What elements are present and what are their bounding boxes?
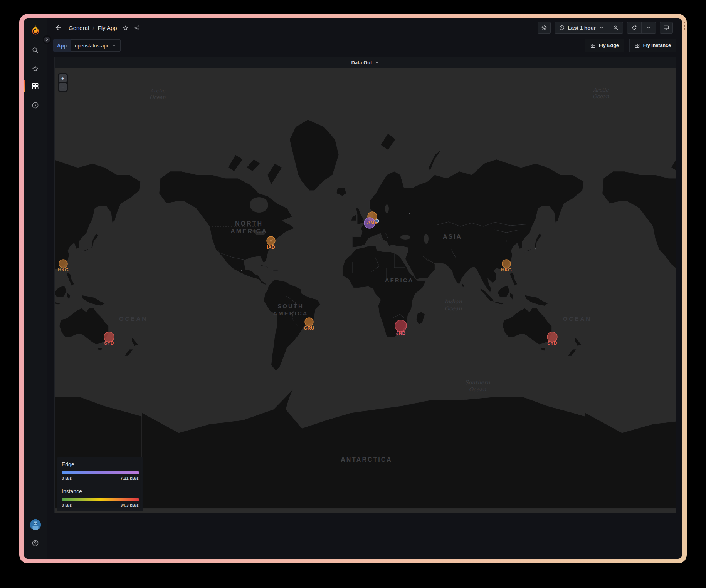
zoom-out-time-button[interactable] (609, 22, 623, 33)
legend-min: 0 B/s (62, 476, 72, 481)
variable-value-dropdown[interactable]: openstatus-api (71, 39, 120, 52)
time-range-label: Last 1 hour (568, 25, 596, 31)
search-icon[interactable] (31, 45, 40, 55)
fly-instance-link[interactable]: Fly Instance (629, 39, 676, 52)
map-zoom-control: + − (58, 73, 68, 92)
map-marker[interactable] (502, 260, 511, 268)
breadcrumb-page[interactable]: Fly App (98, 25, 117, 31)
variable-value: openstatus-api (75, 43, 108, 49)
user-avatar[interactable] (30, 519, 41, 530)
breadcrumb: General / Fly App (69, 25, 140, 31)
legend-max: 7.21 kB/s (120, 476, 139, 481)
marker-label: HKG (501, 267, 512, 273)
legend-gradient-bar (62, 498, 139, 501)
panel-header[interactable]: Data Out (55, 57, 676, 68)
sidebar-expand-button[interactable] (43, 35, 51, 44)
dashboards-icon[interactable] (31, 81, 40, 90)
breadcrumb-separator: / (92, 25, 94, 31)
map-marker[interactable] (395, 320, 407, 332)
back-arrow-icon[interactable] (55, 24, 62, 32)
marker-label: SYD (104, 340, 114, 346)
apps-icon (634, 43, 640, 49)
time-range-picker: Last 1 hour (555, 22, 623, 34)
map-marker[interactable] (267, 236, 275, 245)
map-marker[interactable] (59, 260, 67, 268)
chevron-down-icon (645, 25, 652, 31)
window-frame: General / Fly App (19, 14, 687, 563)
marker-label: JNB (396, 330, 406, 336)
grafana-logo-icon[interactable] (30, 25, 41, 36)
top-navbar: General / Fly App (47, 18, 682, 37)
svg-text:ANTARCTICA: ANTARCTICA (341, 456, 392, 463)
legend-section: Edge0 B/s7.21 kB/s (57, 457, 143, 484)
grafana-app: General / Fly App (24, 18, 682, 559)
magnifier-minus-icon (613, 25, 619, 31)
map-marker[interactable] (305, 318, 313, 326)
chevron-down-icon (112, 43, 116, 48)
refresh-button[interactable] (627, 22, 641, 33)
geomap-panel: Data Out ArcticOceanArcticOceanNORTHAMER… (54, 57, 676, 513)
map-legend: Edge0 B/s7.21 kB/sInstance0 B/s34.3 kB/s (57, 457, 143, 511)
share-icon[interactable] (134, 25, 140, 31)
toolbar: Last 1 hour (538, 22, 673, 34)
svg-text:ASIA: ASIA (443, 233, 462, 240)
marker-label: GRU (304, 325, 314, 331)
marker-label: SYD (547, 340, 557, 346)
explore-compass-icon[interactable] (31, 101, 40, 110)
zoom-in-button[interactable]: + (59, 74, 67, 82)
dashboard-settings-button[interactable] (538, 22, 551, 34)
legend-max: 34.3 kB/s (120, 503, 139, 508)
refresh-picker (627, 22, 656, 34)
sidebar (24, 18, 47, 559)
kiosk-mode-button[interactable] (660, 22, 673, 34)
active-indicator (24, 80, 25, 92)
variable-label: App (53, 39, 71, 52)
dashboard-links: Fly Edge Fly Instance (585, 39, 676, 52)
fly-edge-label: Fly Edge (599, 43, 619, 48)
marker-label: IAD (267, 245, 275, 250)
marker-label: HKG (58, 267, 69, 273)
legend-layer-title: Edge (62, 461, 139, 467)
world-map[interactable]: ArcticOceanArcticOceanNORTHAMERICAASIAAF… (55, 68, 676, 513)
svg-text:AFRICA: AFRICA (385, 277, 414, 283)
panel-title: Data Out (351, 60, 372, 65)
starred-icon[interactable] (31, 64, 40, 73)
fly-instance-label: Fly Instance (643, 43, 671, 48)
svg-text:OCEAN: OCEAN (563, 315, 592, 322)
refresh-interval-dropdown[interactable] (641, 22, 656, 33)
svg-text:OCEAN: OCEAN (119, 315, 148, 322)
app-variable-control[interactable]: App openstatus-api (53, 39, 121, 52)
favorite-star-icon[interactable] (122, 25, 129, 31)
time-range-button[interactable]: Last 1 hour (555, 22, 609, 33)
clock-icon (559, 25, 565, 31)
marker-label: AMS (367, 220, 378, 225)
dashboard-submenu: App openstatus-api Fly Edge (47, 37, 682, 54)
refresh-icon (631, 25, 637, 31)
legend-section: Instance0 B/s34.3 kB/s (57, 484, 143, 511)
legend-gradient-bar (62, 471, 139, 474)
legend-min: 0 B/s (62, 503, 72, 508)
zoom-out-button[interactable]: − (59, 83, 67, 91)
chevron-down-icon (598, 25, 605, 31)
apps-icon (590, 43, 596, 49)
legend-layer-title: Instance (62, 488, 139, 494)
fly-edge-link[interactable]: Fly Edge (585, 39, 624, 52)
help-icon[interactable] (31, 538, 40, 548)
chevron-down-icon (375, 60, 379, 65)
breadcrumb-section[interactable]: General (69, 25, 89, 31)
monitor-icon (663, 25, 669, 31)
frame-dots (684, 22, 685, 30)
